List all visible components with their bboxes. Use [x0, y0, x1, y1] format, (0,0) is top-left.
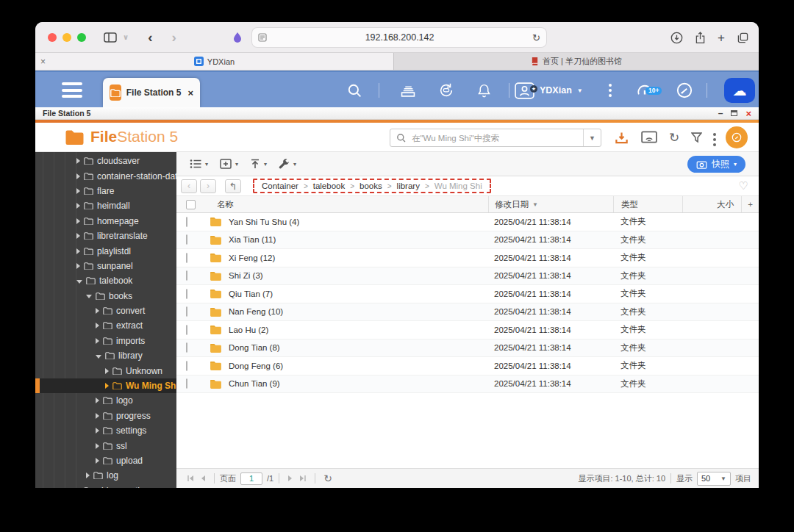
table-row[interactable]: Dong Feng (6)2025/04/21 11:38:14文件夹	[176, 357, 759, 375]
expand-arrow-icon[interactable]	[96, 443, 99, 449]
maximize-icon[interactable]	[731, 110, 737, 116]
table-row[interactable]: Chun Tian (9)2025/04/21 11:38:14文件夹	[176, 375, 759, 394]
browser-tab-library[interactable]: 首页 | 羊刀仙的图书馆	[393, 53, 759, 70]
upload-tasks-icon[interactable]	[615, 123, 629, 152]
page-number-input[interactable]	[240, 472, 262, 485]
profile-avatar[interactable]	[726, 126, 748, 148]
file-name[interactable]: Dong Tian (8)	[229, 343, 280, 352]
file-name[interactable]: Nan Feng (10)	[229, 307, 283, 316]
sidebar-folder-wu-ming-shi[interactable]: Wu Ming Shi	[35, 378, 176, 393]
search-options-caret[interactable]: ▼	[583, 129, 601, 146]
collapse-arrow-icon[interactable]	[96, 355, 101, 359]
file-name[interactable]: Dong Feng (6)	[229, 362, 283, 370]
breadcrumb-item[interactable]: library	[397, 181, 420, 190]
widgets-icon[interactable]	[400, 72, 416, 109]
more-options-kebab-icon[interactable]	[713, 133, 716, 146]
sync-icon[interactable]	[438, 72, 454, 109]
expand-arrow-icon[interactable]	[96, 323, 99, 328]
expand-arrow-icon[interactable]	[105, 368, 109, 374]
quickconnect-cloud-icon[interactable]: ☁	[724, 78, 755, 103]
first-page-icon[interactable]	[187, 475, 194, 482]
page-size-select[interactable]: 50 ▼	[697, 472, 731, 486]
dsm-search-icon[interactable]	[347, 72, 362, 109]
sidebar-folder-log[interactable]: log	[35, 468, 176, 483]
expand-arrow-icon[interactable]	[76, 158, 80, 164]
extension-icon[interactable]	[232, 32, 243, 43]
nav-back-button[interactable]: ‹	[181, 179, 197, 193]
row-checkbox[interactable]	[186, 342, 187, 353]
breadcrumb-item[interactable]: talebook	[313, 181, 345, 190]
table-row[interactable]: Lao Hu (2)2025/04/21 11:38:14文件夹	[176, 321, 759, 339]
sidebar-folder-flare[interactable]: flare	[35, 184, 176, 198]
window-titlebar[interactable]: File Station 5 – ×	[35, 107, 759, 120]
table-row[interactable]: Xi Feng (12)2025/04/21 11:38:14文件夹	[176, 249, 759, 267]
chevron-down-icon[interactable]: ∨	[123, 34, 129, 41]
sidebar-folder-imports[interactable]: imports	[35, 334, 176, 348]
sidebar-folder-libretranslate[interactable]: libretranslate	[35, 229, 176, 243]
sidebar-folder-ssl[interactable]: ssl	[35, 438, 176, 453]
expand-arrow-icon[interactable]	[76, 203, 80, 209]
browser-tab-ydxian[interactable]: × YDXian	[35, 53, 393, 70]
back-button[interactable]: ‹	[148, 30, 152, 44]
row-checkbox[interactable]	[186, 253, 187, 263]
row-checkbox[interactable]	[186, 306, 187, 317]
table-row[interactable]: Shi Zi (3)2025/04/21 11:38:14文件夹	[176, 267, 759, 286]
expand-arrow-icon[interactable]	[76, 173, 80, 179]
go-up-button[interactable]: ↰	[225, 179, 241, 193]
sidebar-folder-homepage[interactable]: homepage	[35, 214, 176, 229]
expand-arrow-icon[interactable]	[96, 338, 99, 344]
row-checkbox[interactable]	[186, 234, 187, 245]
expand-arrow-icon[interactable]	[96, 428, 99, 434]
address-bar[interactable]: 192.168.200.142 ↻	[252, 28, 546, 47]
file-name[interactable]: Shi Zi (3)	[229, 271, 263, 280]
sidebar-folder-cloudsaver[interactable]: cloudsaver	[35, 154, 176, 168]
column-header-name[interactable]: 名称	[203, 196, 488, 212]
traffic-light-zoom[interactable]	[77, 33, 86, 42]
sidebar-folder-container-station-data[interactable]: container-station-data	[35, 168, 176, 183]
table-row[interactable]: Qiu Tian (7)2025/04/21 11:38:14文件夹	[176, 285, 759, 303]
downloads-icon[interactable]	[670, 32, 683, 44]
expand-arrow-icon[interactable]	[96, 308, 99, 314]
file-name[interactable]: Chun Tian (9)	[229, 379, 280, 388]
breadcrumb-item[interactable]: Container	[262, 181, 298, 190]
table-row[interactable]: Xia Tian (11)2025/04/21 11:38:14文件夹	[176, 231, 759, 250]
select-all-checkbox[interactable]	[186, 200, 196, 209]
file-name[interactable]: Lao Hu (2)	[229, 326, 268, 334]
sidebar-folder-extract[interactable]: extract	[35, 318, 176, 333]
tools-button[interactable]: ▾	[274, 156, 301, 173]
sidebar-folder-video-captioner[interactable]: video-captioner	[35, 484, 176, 488]
row-checkbox[interactable]	[186, 270, 187, 281]
speed-gauge-icon[interactable]	[675, 72, 694, 109]
refresh-list-icon[interactable]: ↻	[323, 472, 332, 484]
new-tab-button[interactable]: +	[718, 32, 725, 44]
snapshot-button[interactable]: 快照 ▾	[687, 156, 745, 173]
sidebar-folder-progress[interactable]: progress	[35, 409, 176, 423]
column-header-size[interactable]: 大小	[682, 196, 741, 212]
sidebar-folder-unknown[interactable]: Unknown	[35, 363, 176, 378]
traffic-light-close[interactable]	[48, 33, 57, 42]
breadcrumb-item[interactable]: books	[360, 181, 382, 190]
expand-arrow-icon[interactable]	[76, 188, 80, 194]
row-checkbox[interactable]	[186, 378, 187, 389]
prev-page-icon[interactable]	[200, 475, 206, 482]
sidebar-folder-sunpanel[interactable]: sunpanel	[35, 259, 176, 273]
search-input[interactable]	[410, 133, 583, 143]
sidebar-folder-settings[interactable]: settings	[35, 423, 176, 438]
expand-arrow-icon[interactable]	[105, 383, 109, 389]
file-name[interactable]: Xi Feng (12)	[229, 254, 275, 262]
upload-button[interactable]: ▾	[246, 156, 271, 172]
reader-icon[interactable]	[258, 33, 267, 42]
row-checkbox[interactable]	[186, 325, 187, 335]
url-text[interactable]: 192.168.200.142	[267, 32, 532, 43]
sidebar-folder-playlistdl[interactable]: playlistdl	[35, 243, 176, 258]
forward-button[interactable]: ›	[171, 30, 176, 44]
last-page-icon[interactable]	[299, 475, 307, 482]
file-name[interactable]: Qiu Tian (7)	[229, 290, 273, 298]
sidebar-folder-logo[interactable]: logo	[35, 393, 176, 408]
table-row[interactable]: Yan Shi Tu Shu (4)2025/04/21 11:38:14文件夹	[176, 213, 759, 231]
next-page-icon[interactable]	[287, 475, 293, 482]
sidebar-toggle-icon[interactable]	[104, 32, 117, 43]
filter-funnel-icon[interactable]	[691, 123, 702, 152]
notifications-bell-icon[interactable]	[476, 72, 492, 109]
expand-arrow-icon[interactable]	[76, 233, 80, 239]
